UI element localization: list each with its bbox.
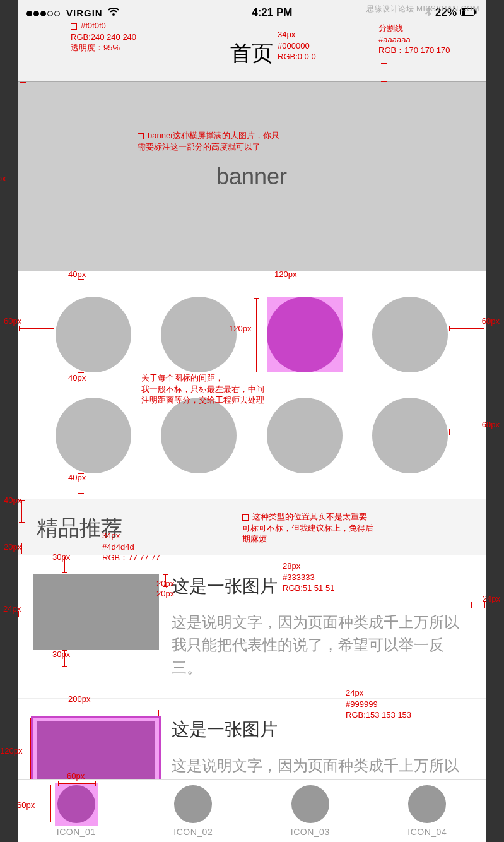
tab-icon (408, 785, 446, 823)
ann-sec-note: 这种类型的位置其实不是太重要 可标可不标，但我建议标上，免得后 期麻烦 (242, 511, 373, 545)
item-desc: 这是说明文字，因为页面种类成千上万所以我只能把代表性的说了，希望可以举一反三。 (172, 611, 471, 679)
ann-title-spec: 34px #000000 RGB:0 0 0 (278, 29, 316, 62)
clock-label: 4:21 PM (252, 6, 292, 19)
tab-item[interactable]: ICON_02 (173, 785, 213, 837)
ann-pad-60-r2: 60px (482, 419, 500, 430)
ann-gap-40-mid: 40px (68, 372, 86, 384)
section-header: 精品推荐 40px 20px 34px #4d4d4d RGB：77 77 77… (18, 499, 486, 555)
page-title: 首页 (230, 39, 273, 68)
ann-tab-h: 60px (17, 800, 35, 811)
wifi-icon (108, 8, 119, 18)
item-title: 这是一张图片 (172, 574, 471, 598)
ann-banner-h: 300px (0, 173, 6, 184)
grid-icon[interactable] (372, 297, 448, 372)
ann-sec-bot-20: 20px (4, 542, 21, 553)
ann-pad-60-r1: 60px (482, 316, 500, 327)
ann-item-pad-bot: 30px (52, 649, 70, 660)
grid-icon[interactable] (267, 398, 343, 473)
tab-label: ICON_04 (407, 827, 447, 837)
tab-icon (174, 785, 212, 823)
ann-header-color: #f0f0f0 RGB:240 240 240 透明度：95% (71, 20, 136, 54)
ann-item-pad-l: 24px (3, 603, 21, 615)
grid-icon[interactable] (56, 398, 131, 473)
tab-bar: ICON_01 ICON_02 ICON_03 ICON_04 60px 60p… (18, 779, 486, 842)
tab-label: ICON_01 (57, 827, 96, 837)
ann-thumb-h: 120px (0, 745, 22, 757)
tab-label: ICON_03 (291, 827, 330, 837)
ann-pad-60-l: 60px (4, 316, 21, 327)
list-item[interactable]: 这是一张图片 这是说明文字，因为页面种类成千上万所以我只能把代表性的说了，希望可… (18, 555, 486, 699)
carrier-label: VIRGIN (66, 8, 103, 18)
ann-divider-spec: 分割线 #aaaaaa RGB：170 170 170 (378, 23, 450, 56)
item-title: 这是一张图片 (172, 718, 471, 742)
watermark: 思缘设计论坛 MISSYUAN.COM (366, 4, 479, 15)
grid-icon[interactable] (161, 297, 237, 372)
icon-grid: 40px 60px 60px 120px 120px 40px 关于每个图标的间… (18, 271, 486, 499)
tab-icon (57, 785, 95, 823)
tab-item[interactable]: ICON_04 (407, 785, 447, 837)
grid-icon[interactable] (372, 398, 448, 473)
signal-dots-icon (26, 8, 61, 18)
thumb (33, 574, 159, 650)
grid-icon-highlight[interactable] (267, 297, 343, 372)
ann-gap-40-bot: 40px (68, 472, 86, 483)
tab-item[interactable]: ICON_03 (291, 785, 330, 837)
ann-banner-note: banner这种横屏撑满的大图片，你只 需要标注这一部分的高度就可以了 (138, 130, 279, 152)
grid-icon[interactable] (161, 398, 237, 473)
tab-icon (291, 785, 329, 823)
tab-item[interactable]: ICON_01 (57, 785, 96, 837)
nav-header: 首页 #f0f0f0 RGB:240 240 240 透明度：95% 34px … (18, 25, 486, 82)
tab-label: ICON_02 (173, 827, 213, 837)
section-title: 精品推荐 (37, 514, 122, 543)
banner[interactable]: banner banner这种横屏撑满的大图片，你只 需要标注这一部分的高度就可… (18, 82, 486, 271)
banner-label: banner (216, 163, 287, 190)
grid-icon[interactable] (56, 297, 131, 372)
ann-item-pad-r: 24px (483, 593, 500, 605)
